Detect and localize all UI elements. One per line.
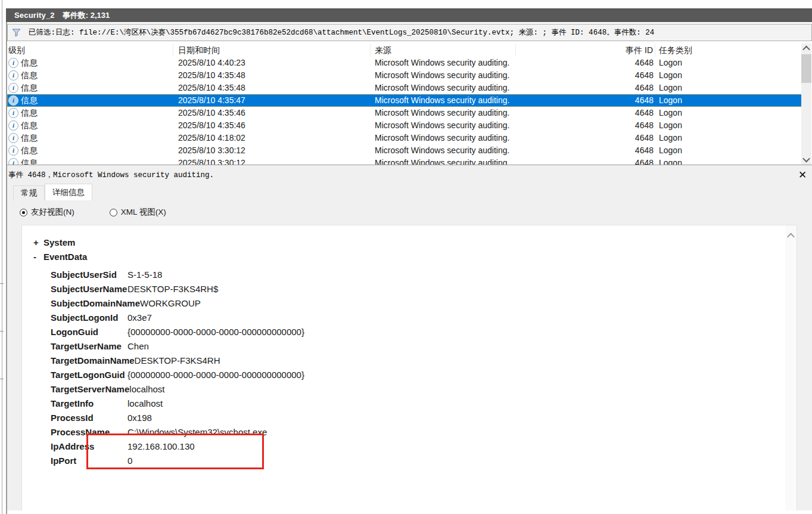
event-id-cell: 4648 [516, 69, 655, 82]
column-header-datetime[interactable]: 日期和时间 [173, 44, 371, 57]
event-row[interactable]: i 信息 2025/8/10 4:35:48 Microsoft Windows… [7, 82, 802, 94]
info-icon: i [8, 133, 18, 143]
event-source-cell: Microsoft Windows security auditing. [371, 107, 516, 119]
event-data-field-row: TargetUserName Chen [22, 339, 797, 353]
event-row[interactable]: i 信息 2025/8/10 3:30:12 Microsoft Windows… [7, 144, 802, 157]
field-value: 192.168.100.130 [127, 441, 195, 451]
scroll-down-icon[interactable] [801, 154, 811, 165]
scrollbar-thumb[interactable] [801, 54, 811, 83]
tab-details[interactable]: 详细信息 [45, 184, 92, 200]
column-header-event-id[interactable]: 事件 ID [516, 44, 655, 57]
event-row[interactable]: i 信息 2025/8/10 4:40:23 Microsoft Windows… [7, 57, 802, 69]
radio-xml-view[interactable]: XML 视图(X) [110, 207, 166, 218]
gutter-tick [0, 379, 4, 379]
event-row[interactable]: i 信息 2025/8/10 4:35:46 Microsoft Windows… [7, 119, 802, 132]
event-row[interactable]: i 信息 2025/8/10 4:18:02 Microsoft Windows… [7, 132, 802, 144]
field-name: ProcessId [51, 413, 127, 423]
tree-group-system[interactable]: + System [22, 235, 797, 249]
field-value: localhost [127, 398, 163, 408]
field-value: WORKGROUP [140, 298, 201, 308]
event-task-cell: Logon [655, 82, 802, 94]
event-id-cell: 4648 [516, 107, 655, 119]
event-data-field-row: TargetInfo localhost [22, 396, 797, 410]
info-icon: i [8, 120, 18, 131]
close-icon[interactable]: ✕ [797, 169, 808, 181]
info-icon: i [8, 70, 18, 80]
collapse-icon[interactable]: - [33, 252, 43, 262]
event-task-cell: Logon [655, 94, 802, 107]
event-row[interactable]: i 信息 2025/8/10 4:35:46 Microsoft Windows… [7, 107, 802, 119]
event-level-cell: i 信息 [7, 82, 173, 94]
event-data-field-row: SubjectDomainName WORKGROUP [22, 296, 797, 310]
friendly-view-scrollbar[interactable] [785, 225, 797, 510]
field-value: DESKTOP-F3KS4RH [135, 355, 220, 366]
info-icon: i [8, 108, 18, 118]
event-source-cell: Microsoft Windows security auditing. [371, 157, 516, 165]
field-value: {00000000-0000-0000-0000-000000000000} [127, 370, 304, 380]
event-id-cell: 4648 [516, 94, 655, 107]
top-margin [6, 0, 812, 8]
event-task-cell: Logon [655, 107, 802, 119]
field-name: SubjectUserName [51, 284, 127, 294]
tab-general[interactable]: 常规 [13, 185, 45, 200]
event-data-field-row: TargetServerName localhost [22, 382, 797, 396]
radio-dot [20, 209, 27, 216]
expand-icon[interactable]: + [33, 237, 43, 247]
field-name: IpPort [51, 456, 127, 466]
event-datetime-cell: 2025/8/10 4:35:48 [173, 82, 371, 94]
radio-friendly-view[interactable]: 友好视图(N) [20, 207, 74, 218]
gutter-tick [0, 331, 4, 332]
field-value: 0 [127, 456, 132, 466]
scroll-up-icon[interactable] [787, 233, 795, 241]
friendly-view-content: + System - EventData SubjectUserSid S-1-… [21, 225, 797, 510]
event-data-field-row: ProcessName C:\Windows\System32\svchost.… [22, 425, 797, 439]
log-name: Security_2 [14, 11, 55, 20]
event-datetime-cell: 2025/8/10 4:18:02 [173, 132, 371, 144]
field-name: TargetUserName [51, 341, 127, 351]
event-list-scrollbar[interactable] [801, 44, 811, 165]
event-viewer-window: Security_2 事件数: 2,131 已筛选:日志: file://E:\… [6, 0, 812, 514]
event-data-field-row: LogonGuid {00000000-0000-0000-0000-00000… [22, 324, 797, 339]
field-value: S-1-5-18 [127, 270, 162, 280]
event-source-cell: Microsoft Windows security auditing. [371, 132, 516, 144]
event-source-cell: Microsoft Windows security auditing. [371, 57, 516, 69]
event-data-tree: + System - EventData SubjectUserSid S-1-… [22, 225, 797, 467]
event-level-text: 信息 [21, 144, 38, 157]
field-value: 0x198 [127, 413, 152, 423]
event-level-text: 信息 [21, 82, 38, 94]
scroll-up-icon[interactable] [801, 44, 811, 54]
field-name: TargetServerName [51, 384, 129, 394]
event-level-cell: i 信息 [7, 157, 173, 165]
column-header-task-category[interactable]: 任务类别 [655, 44, 802, 57]
event-level-text: 信息 [21, 94, 38, 107]
event-data-field-row: ProcessId 0x198 [22, 410, 797, 425]
event-task-cell: Logon [655, 132, 802, 144]
event-level-text: 信息 [21, 107, 38, 119]
info-icon: i [8, 158, 18, 165]
tree-group-eventdata[interactable]: - EventData [22, 249, 797, 264]
event-data-field-row: TargetDomainName DESKTOP-F3KS4RH [22, 353, 797, 367]
event-row[interactable]: i 信息 2025/8/10 3:30:12 Microsoft Windows… [7, 157, 802, 165]
event-id-cell: 4648 [516, 82, 655, 94]
event-data-field-row: SubjectUserSid S-1-5-18 [22, 267, 797, 281]
field-name: TargetDomainName [51, 355, 135, 366]
event-row[interactable]: i 信息 2025/8/10 4:35:48 Microsoft Windows… [7, 69, 802, 82]
event-row[interactable]: i 信息 2025/8/10 4:35:47 Microsoft Windows… [7, 94, 802, 107]
event-source-cell: Microsoft Windows security auditing. [371, 82, 516, 94]
gutter-divider [2, 0, 2, 514]
event-data-fields: SubjectUserSid S-1-5-18 SubjectUserName … [22, 267, 797, 467]
column-header-level[interactable]: 级别 [7, 44, 173, 57]
event-level-text: 信息 [21, 132, 38, 144]
event-datetime-cell: 2025/8/10 3:30:12 [173, 144, 371, 157]
event-source-cell: Microsoft Windows security auditing. [371, 69, 516, 82]
field-name: LogonGuid [51, 327, 127, 337]
event-datetime-cell: 2025/8/10 4:35:48 [173, 69, 371, 82]
event-id-cell: 4648 [516, 119, 655, 132]
column-header-source[interactable]: 来源 [371, 44, 516, 57]
event-level-cell: i 信息 [7, 69, 173, 82]
event-list-header: 级别 日期和时间 来源 事件 ID 任务类别 [7, 44, 802, 57]
info-icon: i [8, 145, 18, 156]
field-value: DESKTOP-F3KS4RH$ [127, 284, 218, 294]
field-name: ProcessName [51, 427, 127, 437]
event-datetime-cell: 2025/8/10 4:40:23 [173, 57, 371, 69]
